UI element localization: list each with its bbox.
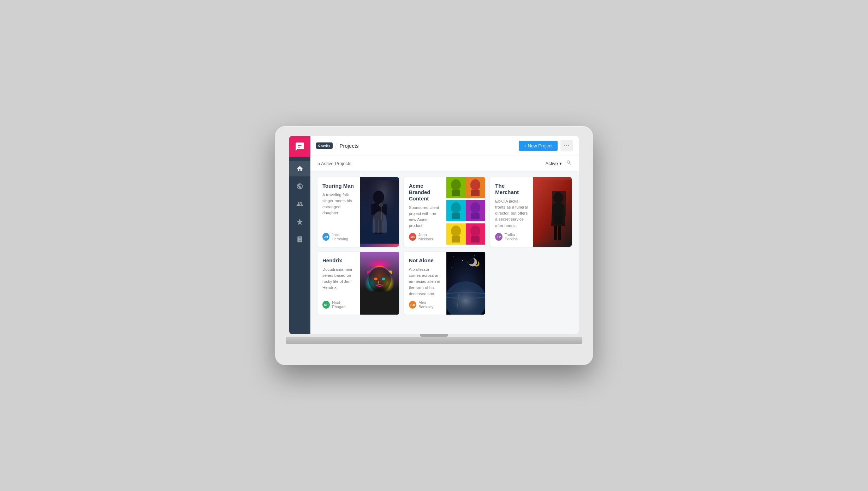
more-options-button[interactable]: ··· xyxy=(560,140,573,151)
pop-art-cell xyxy=(466,223,485,245)
new-project-button[interactable]: + New Project xyxy=(519,141,557,151)
project-image-merchant xyxy=(533,177,572,247)
avatar: TP xyxy=(495,233,503,241)
globe-icon xyxy=(296,183,303,190)
svg-rect-21 xyxy=(471,213,480,219)
svg-point-26 xyxy=(470,226,480,237)
sidebar-item-book[interactable] xyxy=(289,232,310,247)
singer-illustration xyxy=(360,177,399,247)
project-author: AB Alex Banksey xyxy=(409,300,442,309)
project-info: Hendrix Docudrama mini-series based on r… xyxy=(317,252,360,315)
svg-point-34 xyxy=(374,277,377,280)
merchant-illustration xyxy=(533,177,572,247)
sidebar-nav xyxy=(289,157,310,247)
svg-point-41 xyxy=(452,267,452,268)
svg-rect-12 xyxy=(452,190,460,196)
svg-point-35 xyxy=(382,277,385,280)
svg-point-37 xyxy=(453,256,454,257)
workspace-badge: Gravity xyxy=(316,142,333,149)
project-desc: A professor comes across an amnesiac ali… xyxy=(409,267,442,297)
svg-rect-32 xyxy=(558,226,561,240)
project-info: Acme Branded Content Sponsored client pr… xyxy=(404,177,447,247)
project-info: Touring Man A traveling folk singer meet… xyxy=(317,177,360,247)
laptop-wrapper: Gravity / Projects + New Project ··· 5 A… xyxy=(275,126,593,365)
svg-rect-1 xyxy=(360,180,399,244)
project-count: 5 Active Projects xyxy=(317,161,351,166)
project-image-singer xyxy=(360,177,399,247)
svg-point-39 xyxy=(474,255,475,256)
project-author: NP Noah Phagan xyxy=(322,300,355,309)
avatar: AB xyxy=(409,301,417,309)
sidebar-item-home[interactable] xyxy=(289,161,310,176)
project-card-merchant[interactable]: The Merchant Ex-CIA jackal fronts as a f… xyxy=(490,177,572,247)
home-icon xyxy=(296,165,303,172)
search-icon[interactable] xyxy=(566,160,572,167)
author-name: Jack Hemming xyxy=(332,233,355,241)
sidebar-item-vip[interactable] xyxy=(289,214,310,229)
project-title: Acme Branded Content xyxy=(409,183,442,202)
svg-point-23 xyxy=(451,226,461,237)
app-logo[interactable] xyxy=(289,136,310,157)
pop-art-cell xyxy=(466,200,485,221)
laptop-notch xyxy=(420,334,448,337)
author-name: Joan Nicklaus xyxy=(418,233,442,241)
svg-point-20 xyxy=(470,202,480,214)
svg-rect-31 xyxy=(554,226,557,240)
sidebar-item-globe[interactable] xyxy=(289,179,310,194)
svg-rect-27 xyxy=(471,236,480,242)
subheader: 5 Active Projects Active ▾ xyxy=(310,156,579,171)
svg-rect-28 xyxy=(533,180,572,244)
laptop-base xyxy=(286,337,582,344)
vip-icon xyxy=(296,218,303,225)
project-card-acme[interactable]: Acme Branded Content Sponsored client pr… xyxy=(404,177,486,247)
pop-art-cell xyxy=(466,177,485,198)
svg-point-17 xyxy=(451,202,461,214)
project-image-hendrix xyxy=(360,252,399,315)
space-svg xyxy=(446,252,485,315)
sidebar-item-team[interactable] xyxy=(289,196,310,212)
project-author: JH Jack Hemming xyxy=(322,233,355,241)
project-author: TP Tarika Perkins xyxy=(495,233,528,241)
project-info: The Merchant Ex-CIA jackal fronts as a f… xyxy=(490,177,533,247)
status-filter[interactable]: Active ▾ xyxy=(546,161,562,166)
project-title: Hendrix xyxy=(322,257,355,264)
project-desc: Docudrama mini-series based on rocky lif… xyxy=(322,267,355,297)
project-card-hendrix[interactable]: Hendrix Docudrama mini-series based on r… xyxy=(317,252,399,315)
projects-grid: Touring Man A traveling folk singer meet… xyxy=(310,171,579,320)
svg-point-2 xyxy=(373,191,384,203)
svg-rect-5 xyxy=(383,204,387,215)
author-name: Alex Banksey xyxy=(418,300,441,309)
project-desc: Sponsored client project with the new Ac… xyxy=(409,205,442,229)
svg-point-11 xyxy=(451,179,461,191)
author-name: Noah Phagan xyxy=(332,300,355,309)
sidebar xyxy=(289,136,310,334)
project-card-not-alone[interactable]: Not Alone A professor comes across an am… xyxy=(404,252,486,315)
pop-art-cell xyxy=(446,177,466,198)
laptop-screen: Gravity / Projects + New Project ··· 5 A… xyxy=(289,136,579,334)
author-name: Tarika Perkins xyxy=(505,233,528,241)
project-image-pop-art xyxy=(446,177,485,247)
avatar: JH xyxy=(322,233,329,241)
project-title: Touring Man xyxy=(322,183,355,189)
project-image-space xyxy=(446,252,485,315)
pop-art-cell xyxy=(446,200,466,221)
chevron-down-icon: ▾ xyxy=(559,161,562,166)
svg-rect-6 xyxy=(381,205,382,220)
pop-art-cell xyxy=(446,223,466,245)
project-author: JN Joan Nicklaus xyxy=(409,233,442,241)
svg-rect-15 xyxy=(471,190,480,196)
avatar: NP xyxy=(322,301,330,309)
project-desc: A traveling folk singer meets his estran… xyxy=(322,192,355,229)
svg-point-44 xyxy=(468,257,475,264)
svg-rect-9 xyxy=(379,220,382,234)
team-icon xyxy=(296,200,303,207)
main-content: Gravity / Projects + New Project ··· 5 A… xyxy=(310,136,579,334)
project-title: Not Alone xyxy=(409,257,442,264)
svg-point-29 xyxy=(553,192,563,203)
svg-rect-8 xyxy=(375,220,378,234)
svg-point-40 xyxy=(480,263,480,264)
svg-point-7 xyxy=(379,203,383,206)
project-desc: Ex-CIA jackal fronts as a funeral direct… xyxy=(495,198,528,229)
project-card-touring-man[interactable]: Touring Man A traveling folk singer meet… xyxy=(317,177,399,247)
page-title: Projects xyxy=(339,143,358,149)
